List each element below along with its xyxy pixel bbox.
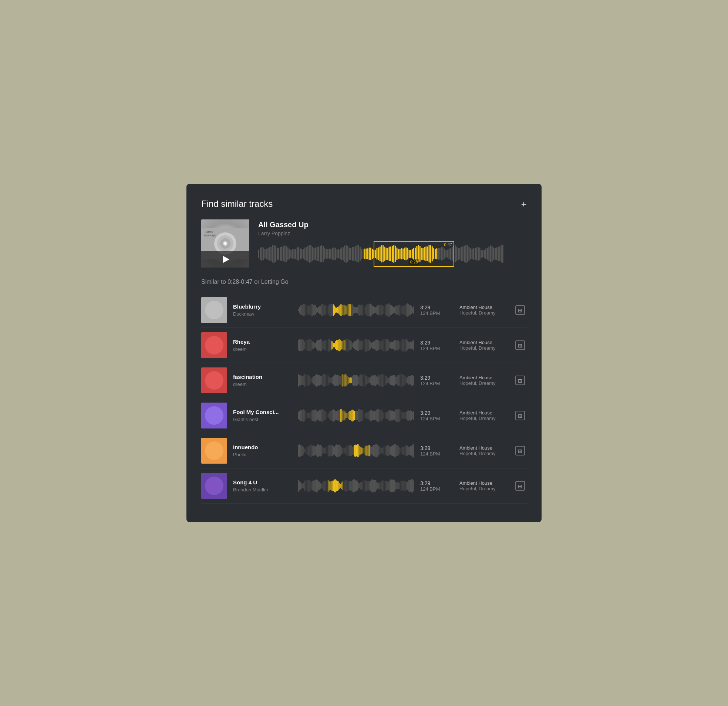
svg-rect-406 bbox=[303, 376, 304, 386]
svg-rect-439 bbox=[338, 375, 339, 386]
svg-rect-78 bbox=[365, 248, 367, 259]
add-to-library-icon[interactable]: ⊞ bbox=[515, 375, 525, 386]
svg-rect-489 bbox=[391, 376, 392, 385]
track-waveform[interactable] bbox=[298, 404, 414, 427]
svg-rect-621 bbox=[409, 411, 410, 420]
svg-rect-249 bbox=[381, 305, 381, 316]
svg-rect-109 bbox=[413, 247, 414, 259]
svg-rect-245 bbox=[376, 307, 377, 313]
svg-rect-632 bbox=[299, 444, 300, 457]
svg-rect-660 bbox=[329, 444, 329, 457]
svg-rect-189 bbox=[317, 308, 318, 312]
svg-rect-376 bbox=[393, 341, 394, 349]
track-waveform[interactable] bbox=[298, 440, 414, 462]
svg-rect-778 bbox=[332, 481, 332, 491]
track-genre-col: Ambient House Hopeful, Dreamy bbox=[459, 305, 507, 315]
svg-rect-655 bbox=[324, 448, 324, 453]
svg-rect-784 bbox=[338, 482, 339, 490]
svg-rect-329 bbox=[344, 340, 344, 350]
track-row[interactable]: fascination dreem 3:29 124 BPM Ambient H… bbox=[201, 363, 527, 398]
svg-rect-253 bbox=[385, 305, 386, 315]
track-action[interactable]: ⊞ bbox=[513, 340, 527, 350]
svg-rect-218 bbox=[348, 304, 348, 316]
svg-rect-27 bbox=[287, 247, 289, 260]
svg-rect-661 bbox=[330, 445, 331, 456]
svg-rect-387 bbox=[405, 339, 406, 352]
svg-rect-424 bbox=[322, 375, 323, 386]
track-meta: 3:29 124 BPM bbox=[420, 305, 454, 316]
svg-rect-789 bbox=[344, 481, 344, 490]
svg-rect-675 bbox=[345, 448, 345, 454]
svg-rect-640 bbox=[308, 446, 309, 455]
svg-rect-292 bbox=[305, 341, 305, 349]
play-button[interactable] bbox=[201, 251, 249, 268]
svg-rect-237 bbox=[368, 304, 368, 316]
svg-rect-759 bbox=[312, 482, 313, 490]
svg-rect-622 bbox=[410, 410, 411, 421]
track-row[interactable]: Rheya dreem 3:29 124 BPM Ambient House H… bbox=[201, 328, 527, 363]
add-button[interactable]: + bbox=[517, 197, 530, 211]
track-waveform[interactable] bbox=[298, 334, 414, 356]
svg-rect-345 bbox=[360, 340, 361, 350]
svg-rect-644 bbox=[312, 446, 313, 456]
svg-rect-797 bbox=[352, 480, 353, 492]
svg-rect-25 bbox=[285, 245, 286, 262]
svg-rect-402 bbox=[299, 375, 300, 386]
svg-rect-506 bbox=[409, 376, 410, 385]
track-row[interactable]: Song 4 U Brendon Moeller 3:29 124 BPM Am… bbox=[201, 469, 527, 503]
add-to-library-icon[interactable]: ⊞ bbox=[515, 305, 525, 315]
track-action[interactable]: ⊞ bbox=[513, 481, 527, 491]
track-row[interactable]: Innuendo Phello 3:29 124 BPM Ambient Hou… bbox=[201, 433, 527, 469]
svg-rect-247 bbox=[378, 305, 379, 315]
svg-rect-429 bbox=[328, 376, 328, 386]
svg-rect-709 bbox=[381, 447, 381, 454]
track-waveform[interactable] bbox=[298, 299, 414, 321]
svg-rect-794 bbox=[349, 481, 350, 490]
svg-rect-48 bbox=[319, 246, 321, 262]
svg-rect-566 bbox=[351, 409, 352, 421]
svg-rect-800 bbox=[355, 480, 356, 491]
svg-rect-754 bbox=[307, 480, 308, 491]
genre-mood: Hopeful, Dreamy bbox=[459, 486, 507, 491]
track-row[interactable]: Fool My Consci... Giant's nest 3:29 124 … bbox=[201, 398, 527, 433]
svg-rect-752 bbox=[305, 481, 305, 490]
add-to-library-icon[interactable]: ⊞ bbox=[515, 481, 525, 491]
svg-rect-297 bbox=[310, 339, 311, 352]
add-to-library-icon[interactable]: ⊞ bbox=[515, 446, 525, 456]
svg-rect-695 bbox=[366, 446, 367, 456]
svg-rect-666 bbox=[335, 445, 336, 456]
svg-rect-716 bbox=[388, 445, 389, 456]
svg-rect-598 bbox=[385, 412, 386, 419]
track-action[interactable]: ⊞ bbox=[513, 375, 527, 386]
svg-rect-819 bbox=[375, 480, 376, 491]
svg-rect-56 bbox=[332, 248, 333, 259]
svg-rect-813 bbox=[369, 482, 370, 490]
svg-rect-161 bbox=[493, 247, 494, 260]
track-action[interactable]: ⊞ bbox=[513, 305, 527, 315]
source-waveform[interactable]: 0:47 0:28 bbox=[258, 241, 527, 267]
svg-rect-468 bbox=[369, 378, 370, 383]
svg-rect-415 bbox=[313, 376, 314, 385]
svg-rect-289 bbox=[302, 339, 302, 351]
svg-rect-527 bbox=[310, 412, 311, 419]
svg-rect-93 bbox=[389, 246, 390, 261]
svg-rect-427 bbox=[325, 375, 326, 386]
svg-rect-480 bbox=[382, 374, 383, 387]
svg-rect-677 bbox=[347, 445, 347, 456]
svg-rect-723 bbox=[396, 444, 396, 458]
svg-rect-35 bbox=[300, 248, 301, 259]
add-to-library-icon[interactable]: ⊞ bbox=[515, 410, 525, 421]
svg-rect-702 bbox=[373, 445, 374, 456]
add-to-library-icon[interactable]: ⊞ bbox=[515, 340, 525, 350]
svg-rect-414 bbox=[312, 378, 313, 383]
track-waveform[interactable] bbox=[298, 475, 414, 497]
svg-rect-758 bbox=[311, 482, 312, 489]
track-row[interactable]: Blueblurry Duckmaw 3:29 124 BPM Ambient … bbox=[201, 293, 527, 328]
svg-rect-564 bbox=[349, 411, 350, 420]
track-action[interactable]: ⊞ bbox=[513, 446, 527, 456]
svg-rect-352 bbox=[368, 340, 368, 351]
track-waveform[interactable] bbox=[298, 369, 414, 392]
svg-rect-787 bbox=[341, 483, 342, 489]
svg-rect-596 bbox=[383, 412, 383, 420]
track-action[interactable]: ⊞ bbox=[513, 410, 527, 421]
